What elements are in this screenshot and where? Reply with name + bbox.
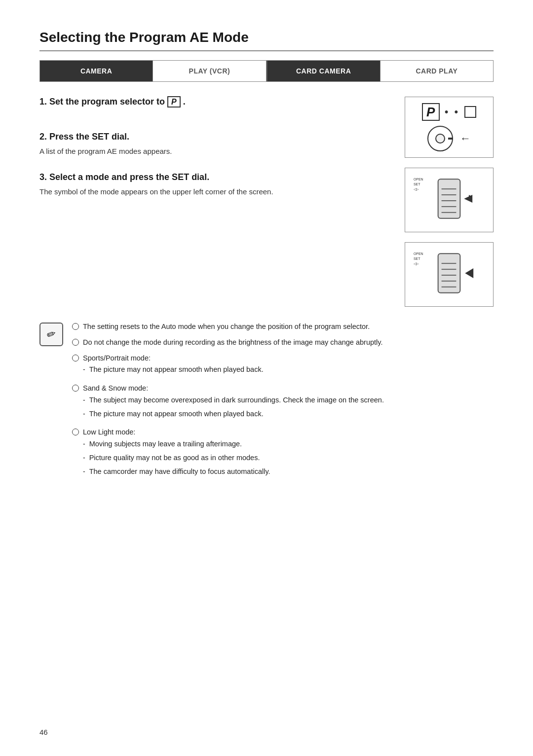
svg-text:SET: SET — [414, 182, 420, 186]
p-icons-row: P • • — [422, 103, 477, 121]
note-3-sub-1: - The picture may not appear smooth when… — [83, 364, 264, 375]
note-item-4: Sand & Snow mode: - The subject may beco… — [72, 383, 494, 422]
p-letter-icon: P — [422, 103, 440, 121]
arrow-left-icon: ← — [460, 132, 471, 145]
page-container: Selecting the Program AE Mode CAMERA PLA… — [0, 0, 533, 514]
content-left: 1. Set the program selector to P . 2. Pr… — [39, 97, 390, 307]
tab-card-play[interactable]: CARD PLAY — [381, 61, 493, 81]
note-item-3: Sports/Portrait mode: - The picture may … — [72, 353, 494, 379]
set-dial-svg-2: OPEN SET ◁▷ — [411, 249, 487, 300]
tab-bar: CAMERA PLAY (VCR) CARD CAMERA CARD PLAY — [39, 60, 494, 82]
tab-play-vcr[interactable]: PLAY (VCR) — [153, 61, 266, 81]
svg-text:◁▷: ◁▷ — [414, 262, 419, 265]
page-number: 46 — [39, 728, 48, 736]
note-bullet-circle-1 — [72, 323, 79, 330]
diagram-set-dial-1: OPEN SET ◁▷ ▶ — [405, 168, 494, 232]
tab-card-camera[interactable]: CARD CAMERA — [267, 61, 381, 81]
set-dial-svg-1: OPEN SET ◁▷ ▶ — [411, 174, 487, 226]
step-3: 3. Select a mode and press the SET dial.… — [39, 172, 390, 198]
diagrams-column: P • • ← — [405, 97, 494, 307]
note-item-1: The setting resets to the Auto mode when… — [72, 322, 494, 332]
diagram-p-selector: P • • ← — [405, 97, 494, 158]
step-2-body: A list of the program AE modes appears. — [39, 146, 390, 157]
notes-list: The setting resets to the Auto mode when… — [72, 322, 494, 485]
step-1-title: 1. Set the program selector to P . — [39, 97, 390, 107]
note-pencil-icon: ✏ — [39, 323, 63, 346]
diagram-set-dial-2: OPEN SET ◁▷ — [405, 242, 494, 307]
page-title: Selecting the Program AE Mode — [39, 30, 494, 51]
pencil-symbol: ✏ — [45, 327, 58, 342]
step-2: 2. Press the SET dial. A list of the pro… — [39, 132, 390, 157]
square-icon — [464, 106, 476, 118]
notes-section: ✏ The setting resets to the Auto mode wh… — [39, 322, 494, 485]
note-item-2: Do not change the mode during recording … — [72, 337, 494, 348]
tab-camera[interactable]: CAMERA — [40, 61, 153, 81]
note-3-content: Sports/Portrait mode: - The picture may … — [83, 353, 264, 379]
svg-text:OPEN: OPEN — [414, 252, 423, 255]
dial-inner — [435, 134, 445, 144]
svg-text:SET: SET — [414, 257, 420, 260]
svg-text:◁▷: ◁▷ — [414, 187, 419, 191]
content-area: 1. Set the program selector to P . 2. Pr… — [39, 97, 494, 307]
note-5-sub-2: - Picture quality may not be as good as … — [83, 453, 270, 464]
step-1: 1. Set the program selector to P . — [39, 97, 390, 107]
note-bullet-circle-2 — [72, 339, 79, 346]
note-item-5: Low Light mode: - Moving subjects may le… — [72, 427, 494, 480]
step-2-title: 2. Press the SET dial. — [39, 132, 390, 142]
note-5-content: Low Light mode: - Moving subjects may le… — [83, 427, 270, 480]
step-3-title: 3. Select a mode and press the SET dial. — [39, 172, 390, 182]
note-4-sub-2: - The picture may not appear smooth when… — [83, 409, 384, 420]
note-bullet-circle-5 — [72, 429, 79, 435]
svg-marker-20 — [465, 268, 473, 278]
dial-row: ← — [427, 126, 471, 151]
top-diagram-inner: P • • ← — [422, 103, 477, 151]
dots-icon: • • — [445, 106, 460, 118]
svg-text:OPEN: OPEN — [414, 178, 423, 181]
note-bullet-circle-3 — [72, 355, 79, 361]
note-4-sub-1: - The subject may become overexposed in … — [83, 395, 384, 406]
step-3-body: The symbol of the mode appears on the up… — [39, 186, 390, 198]
note-4-content: Sand & Snow mode: - The subject may beco… — [83, 383, 384, 422]
dial-circle — [427, 126, 453, 151]
p-symbol: P — [167, 96, 181, 108]
svg-text:▶: ▶ — [469, 194, 472, 199]
note-5-sub-3: - The camcorder may have difficulty to f… — [83, 467, 270, 477]
note-5-sub-1: - Moving subjects may leave a trailing a… — [83, 439, 270, 450]
note-bullet-circle-4 — [72, 385, 79, 392]
dial-notch — [448, 138, 453, 140]
